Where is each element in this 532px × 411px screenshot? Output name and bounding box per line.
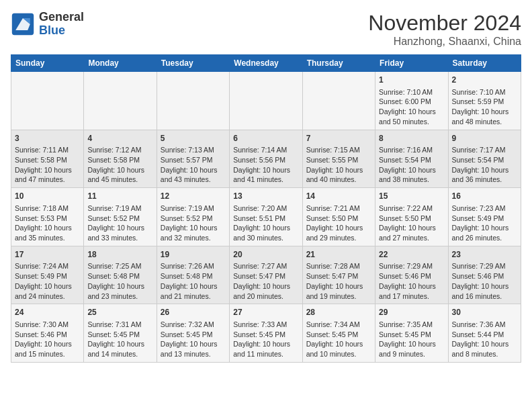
calendar-day-cell: 1Sunrise: 7:10 AM Sunset: 6:00 PM Daylig…	[375, 72, 448, 130]
day-number: 7	[306, 133, 371, 144]
day-number: 28	[306, 307, 371, 318]
calendar-day-cell: 26Sunrise: 7:32 AM Sunset: 5:45 PM Dayli…	[157, 304, 229, 363]
day-info: Sunrise: 7:31 AM Sunset: 5:45 PM Dayligh…	[87, 320, 152, 359]
day-number: 8	[379, 133, 444, 144]
day-info: Sunrise: 7:30 AM Sunset: 5:46 PM Dayligh…	[15, 320, 80, 359]
calendar-day-cell: 5Sunrise: 7:13 AM Sunset: 5:57 PM Daylig…	[157, 130, 229, 188]
day-number: 27	[233, 307, 298, 318]
calendar-day-cell: 6Sunrise: 7:14 AM Sunset: 5:56 PM Daylig…	[230, 130, 302, 188]
day-number: 16	[452, 191, 517, 202]
day-number: 15	[379, 191, 444, 202]
day-number: 2	[452, 75, 517, 86]
day-info: Sunrise: 7:16 AM Sunset: 5:54 PM Dayligh…	[379, 145, 444, 185]
calendar-day-cell: 14Sunrise: 7:21 AM Sunset: 5:50 PM Dayli…	[302, 188, 375, 246]
page-header: General Blue November 2024 Hanzhong, Sha…	[11, 11, 521, 48]
day-info: Sunrise: 7:33 AM Sunset: 5:45 PM Dayligh…	[233, 320, 298, 359]
weekday-header: Wednesday	[230, 55, 302, 72]
calendar-week-row: 3Sunrise: 7:11 AM Sunset: 5:58 PM Daylig…	[11, 130, 521, 188]
calendar-day-cell: 16Sunrise: 7:23 AM Sunset: 5:49 PM Dayli…	[448, 188, 521, 246]
calendar-day-cell: 23Sunrise: 7:29 AM Sunset: 5:46 PM Dayli…	[448, 246, 521, 304]
logo-icon	[11, 12, 35, 36]
calendar-day-cell: 11Sunrise: 7:19 AM Sunset: 5:52 PM Dayli…	[84, 188, 157, 246]
day-number: 5	[161, 133, 226, 144]
calendar-day-cell: 17Sunrise: 7:24 AM Sunset: 5:49 PM Dayli…	[11, 246, 84, 304]
calendar-day-cell: 15Sunrise: 7:22 AM Sunset: 5:50 PM Dayli…	[375, 188, 448, 246]
calendar-week-row: 10Sunrise: 7:18 AM Sunset: 5:53 PM Dayli…	[11, 188, 521, 246]
day-info: Sunrise: 7:10 AM Sunset: 6:00 PM Dayligh…	[379, 87, 444, 127]
day-info: Sunrise: 7:14 AM Sunset: 5:56 PM Dayligh…	[233, 145, 298, 185]
day-info: Sunrise: 7:25 AM Sunset: 5:48 PM Dayligh…	[87, 261, 152, 301]
day-info: Sunrise: 7:11 AM Sunset: 5:58 PM Dayligh…	[15, 145, 80, 185]
calendar-week-row: 24Sunrise: 7:30 AM Sunset: 5:46 PM Dayli…	[11, 304, 521, 363]
day-number: 18	[87, 249, 152, 261]
calendar-day-cell: 29Sunrise: 7:35 AM Sunset: 5:45 PM Dayli…	[375, 304, 448, 363]
day-info: Sunrise: 7:19 AM Sunset: 5:52 PM Dayligh…	[161, 203, 226, 243]
day-number: 24	[15, 307, 80, 318]
calendar-day-cell: 25Sunrise: 7:31 AM Sunset: 5:45 PM Dayli…	[84, 304, 157, 363]
calendar-day-cell: 8Sunrise: 7:16 AM Sunset: 5:54 PM Daylig…	[375, 130, 448, 188]
calendar-day-cell	[230, 72, 302, 130]
day-info: Sunrise: 7:18 AM Sunset: 5:53 PM Dayligh…	[15, 203, 80, 243]
calendar-day-cell: 7Sunrise: 7:15 AM Sunset: 5:55 PM Daylig…	[302, 130, 375, 188]
logo-text: General Blue	[39, 11, 84, 38]
calendar-day-cell	[11, 72, 84, 130]
calendar-day-cell: 18Sunrise: 7:25 AM Sunset: 5:48 PM Dayli…	[84, 246, 157, 304]
day-number: 23	[452, 249, 517, 261]
day-number: 12	[161, 191, 226, 202]
month-title: November 2024	[368, 11, 521, 36]
day-number: 26	[161, 307, 226, 318]
calendar-day-cell: 13Sunrise: 7:20 AM Sunset: 5:51 PM Dayli…	[230, 188, 302, 246]
calendar-day-cell: 19Sunrise: 7:26 AM Sunset: 5:48 PM Dayli…	[157, 246, 229, 304]
weekday-header: Saturday	[448, 55, 521, 72]
day-info: Sunrise: 7:17 AM Sunset: 5:54 PM Dayligh…	[452, 145, 517, 185]
day-info: Sunrise: 7:35 AM Sunset: 5:45 PM Dayligh…	[379, 320, 444, 359]
day-number: 11	[87, 191, 152, 202]
calendar-week-row: 1Sunrise: 7:10 AM Sunset: 6:00 PM Daylig…	[11, 72, 521, 130]
day-number: 3	[15, 133, 80, 144]
weekday-header: Monday	[84, 55, 157, 72]
day-number: 30	[452, 307, 517, 318]
calendar-day-cell: 20Sunrise: 7:27 AM Sunset: 5:47 PM Dayli…	[230, 246, 302, 304]
calendar-day-cell: 10Sunrise: 7:18 AM Sunset: 5:53 PM Dayli…	[11, 188, 84, 246]
day-info: Sunrise: 7:21 AM Sunset: 5:50 PM Dayligh…	[306, 203, 371, 243]
calendar-day-cell	[84, 72, 157, 130]
day-number: 21	[306, 249, 371, 261]
location: Hanzhong, Shaanxi, China	[368, 36, 521, 48]
day-number: 10	[15, 191, 80, 202]
day-info: Sunrise: 7:12 AM Sunset: 5:58 PM Dayligh…	[87, 145, 152, 185]
day-info: Sunrise: 7:34 AM Sunset: 5:45 PM Dayligh…	[306, 320, 371, 359]
calendar-day-cell: 2Sunrise: 7:10 AM Sunset: 5:59 PM Daylig…	[448, 72, 521, 130]
calendar-day-cell: 24Sunrise: 7:30 AM Sunset: 5:46 PM Dayli…	[11, 304, 84, 363]
day-number: 13	[233, 191, 298, 202]
day-number: 20	[233, 249, 298, 261]
day-info: Sunrise: 7:36 AM Sunset: 5:44 PM Dayligh…	[452, 320, 517, 359]
calendar-day-cell: 3Sunrise: 7:11 AM Sunset: 5:58 PM Daylig…	[11, 130, 84, 188]
day-info: Sunrise: 7:23 AM Sunset: 5:49 PM Dayligh…	[452, 203, 517, 243]
day-info: Sunrise: 7:26 AM Sunset: 5:48 PM Dayligh…	[161, 261, 226, 301]
weekday-header: Thursday	[302, 55, 375, 72]
calendar-day-cell: 12Sunrise: 7:19 AM Sunset: 5:52 PM Dayli…	[157, 188, 229, 246]
day-number: 4	[87, 133, 152, 144]
day-number: 22	[379, 249, 444, 261]
calendar-day-cell: 22Sunrise: 7:29 AM Sunset: 5:46 PM Dayli…	[375, 246, 448, 304]
day-number: 9	[452, 133, 517, 144]
weekday-header-row: SundayMondayTuesdayWednesdayThursdayFrid…	[11, 55, 521, 72]
day-info: Sunrise: 7:13 AM Sunset: 5:57 PM Dayligh…	[161, 145, 226, 185]
title-block: November 2024 Hanzhong, Shaanxi, China	[368, 11, 521, 48]
logo: General Blue	[11, 11, 84, 38]
day-info: Sunrise: 7:27 AM Sunset: 5:47 PM Dayligh…	[233, 261, 298, 301]
calendar-day-cell	[302, 72, 375, 130]
calendar-day-cell: 30Sunrise: 7:36 AM Sunset: 5:44 PM Dayli…	[448, 304, 521, 363]
weekday-header: Tuesday	[157, 55, 229, 72]
day-info: Sunrise: 7:29 AM Sunset: 5:46 PM Dayligh…	[452, 261, 517, 301]
day-number: 29	[379, 307, 444, 318]
weekday-header: Friday	[375, 55, 448, 72]
calendar-day-cell: 21Sunrise: 7:28 AM Sunset: 5:47 PM Dayli…	[302, 246, 375, 304]
calendar-day-cell: 28Sunrise: 7:34 AM Sunset: 5:45 PM Dayli…	[302, 304, 375, 363]
day-number: 6	[233, 133, 298, 144]
day-info: Sunrise: 7:19 AM Sunset: 5:52 PM Dayligh…	[87, 203, 152, 243]
calendar-week-row: 17Sunrise: 7:24 AM Sunset: 5:49 PM Dayli…	[11, 246, 521, 304]
calendar-day-cell: 4Sunrise: 7:12 AM Sunset: 5:58 PM Daylig…	[84, 130, 157, 188]
day-number: 14	[306, 191, 371, 202]
day-info: Sunrise: 7:24 AM Sunset: 5:49 PM Dayligh…	[15, 261, 80, 301]
